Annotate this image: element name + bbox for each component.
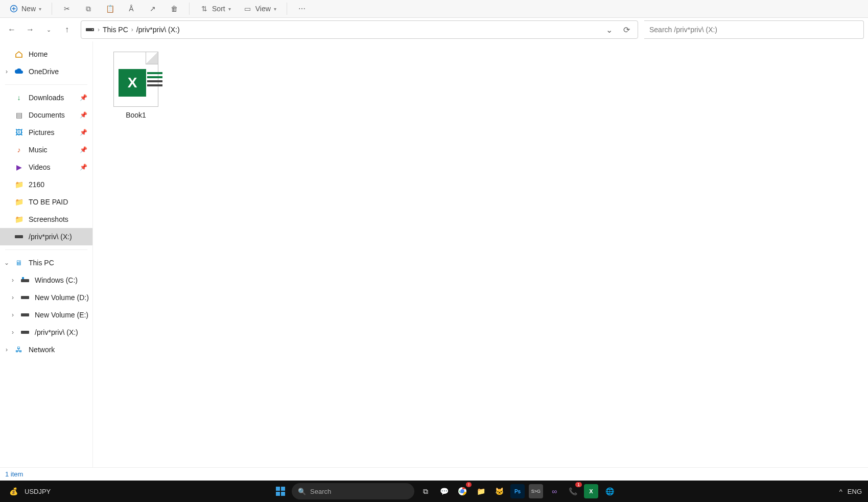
taskbar-app-photoshop[interactable]: Ps: [510, 484, 525, 498]
search-box[interactable]: [644, 20, 864, 39]
sidebar-item-drive-e[interactable]: › New Volume (E:): [0, 306, 92, 324]
cut-button[interactable]: ✂: [57, 2, 77, 15]
expand-icon[interactable]: ›: [3, 346, 10, 353]
sidebar-item-label: TO BE PAID: [29, 198, 68, 206]
taskbar-app[interactable]: 🐱: [492, 484, 506, 498]
music-icon: ♪: [14, 145, 24, 154]
taskbar-app-vs[interactable]: ∞: [547, 484, 561, 498]
sidebar-item-label: OneDrive: [29, 67, 59, 76]
expand-icon[interactable]: ›: [3, 68, 10, 75]
navbar: ← → ⌄ ↑ › This PC › /priv*priv\ (X:) ⌄ ⟳: [0, 18, 868, 41]
svg-rect-5: [22, 277, 24, 279]
expand-icon[interactable]: ›: [9, 311, 16, 318]
widget-icon[interactable]: 💰: [6, 484, 20, 498]
collapse-icon[interactable]: ⌄: [3, 259, 10, 266]
separator: [5, 84, 87, 85]
paste-button[interactable]: 📋: [100, 2, 120, 15]
sort-button[interactable]: ⇅ Sort ▾: [195, 2, 236, 15]
forward-button[interactable]: →: [22, 22, 38, 37]
task-view-button[interactable]: ⧉: [418, 484, 433, 498]
sidebar-item-folder[interactable]: 📁 2160: [0, 176, 92, 193]
taskbar-app[interactable]: 💬: [437, 484, 451, 498]
delete-button[interactable]: 🗑: [165, 2, 184, 15]
file-name: Book1: [126, 111, 146, 119]
sidebar-item-home[interactable]: Home: [0, 45, 92, 63]
copy-icon: ⧉: [84, 4, 93, 13]
cloud-icon: [14, 67, 24, 76]
taskbar-app-explorer[interactable]: 📁: [474, 484, 488, 498]
pin-icon: 📌: [80, 111, 87, 119]
tray-chevron[interactable]: ^: [839, 488, 842, 495]
file-item[interactable]: X Book1: [105, 49, 167, 122]
copy-button[interactable]: ⧉: [79, 2, 98, 15]
drive-icon: [14, 232, 24, 241]
rename-button[interactable]: Å: [122, 2, 141, 15]
cut-icon: ✂: [62, 4, 72, 13]
search-placeholder: Search: [310, 488, 331, 495]
back-button[interactable]: ←: [4, 22, 19, 37]
sidebar-item-label: Home: [29, 50, 48, 58]
sidebar-item-this-pc[interactable]: ⌄ 🖥 This PC: [0, 254, 92, 271]
address-bar[interactable]: › This PC › /priv*priv\ (X:) ⌄ ⟳: [81, 20, 638, 39]
drive-os-icon: [20, 276, 30, 285]
svg-point-2: [92, 29, 93, 30]
sidebar-item-label: New Volume (E:): [35, 311, 88, 319]
taskbar-app[interactable]: 📞: [566, 484, 580, 498]
sidebar-item-folder[interactable]: 📁 Screenshots: [0, 211, 92, 228]
share-button[interactable]: ↗: [143, 2, 162, 15]
recent-button[interactable]: ⌄: [41, 22, 56, 37]
chevron-down-icon: ▾: [274, 6, 276, 12]
sidebar-item-videos[interactable]: ▶ Videos 📌: [0, 158, 92, 176]
sidebar-item-onedrive[interactable]: › OneDrive: [0, 63, 92, 80]
start-button[interactable]: [273, 484, 288, 498]
taskbar-search[interactable]: 🔍 Search: [292, 483, 414, 499]
sidebar-item-label: Screenshots: [29, 215, 68, 223]
home-icon: [14, 50, 24, 59]
content-area[interactable]: X Book1: [93, 41, 868, 467]
expand-icon[interactable]: ›: [9, 329, 16, 336]
sidebar-item-drive-x-tree[interactable]: › /priv*priv\ (X:): [0, 324, 92, 341]
sidebar-item-music[interactable]: ♪ Music 📌: [0, 141, 92, 158]
sidebar-item-drive-x[interactable]: /priv*priv\ (X:): [0, 228, 92, 245]
taskbar-app-excel[interactable]: X: [584, 484, 598, 498]
refresh-button[interactable]: ⟳: [619, 22, 634, 37]
new-label: New: [21, 5, 36, 13]
search-input[interactable]: [649, 26, 858, 34]
new-button[interactable]: New ▾: [4, 2, 46, 15]
sidebar-item-downloads[interactable]: ↓ Downloads 📌: [0, 89, 92, 106]
taskbar-app-chrome[interactable]: [455, 484, 470, 498]
language-indicator[interactable]: ENG: [848, 488, 862, 495]
document-icon: ▤: [14, 110, 24, 120]
view-button[interactable]: ▭ View ▾: [238, 2, 281, 15]
sidebar-item-drive-c[interactable]: › Windows (C:): [0, 271, 92, 289]
expand-icon[interactable]: ›: [9, 294, 16, 301]
expand-icon[interactable]: ›: [9, 277, 16, 284]
sidebar: Home › OneDrive ↓ Downloads 📌 ▤ Document…: [0, 41, 93, 467]
more-button[interactable]: ⋯: [292, 2, 312, 15]
drive-icon: [20, 328, 30, 337]
drive-icon: [85, 25, 95, 34]
svg-rect-3: [15, 235, 23, 238]
taskbar-app[interactable]: 🌐: [602, 484, 617, 498]
taskbar-app[interactable]: S>G: [529, 484, 543, 498]
breadcrumb-segment[interactable]: /priv*priv\ (X:): [136, 26, 180, 34]
up-button[interactable]: ↑: [59, 22, 75, 37]
videos-icon: ▶: [14, 163, 24, 172]
sidebar-item-pictures[interactable]: 🖼 Pictures 📌: [0, 124, 92, 141]
network-icon: 🖧: [14, 345, 24, 354]
taskbar: 💰 USDJPY 🔍 Search ⧉ 💬 📁 🐱 Ps S>G ∞ 📞 X 🌐…: [0, 481, 868, 502]
trash-icon: 🗑: [170, 4, 179, 13]
breadcrumb-segment[interactable]: This PC: [103, 26, 128, 34]
drive-icon: [20, 310, 30, 320]
sidebar-item-drive-d[interactable]: › New Volume (D:): [0, 289, 92, 306]
widget-label[interactable]: USDJPY: [25, 488, 51, 495]
sidebar-item-label: This PC: [29, 259, 54, 267]
rename-icon: Å: [127, 4, 136, 13]
history-dropdown[interactable]: ⌄: [602, 22, 616, 37]
sidebar-item-documents[interactable]: ▤ Documents 📌: [0, 106, 92, 124]
sidebar-item-folder[interactable]: 📁 TO BE PAID: [0, 193, 92, 211]
sidebar-item-label: Documents: [29, 111, 65, 119]
view-label: View: [255, 5, 271, 13]
sidebar-item-network[interactable]: › 🖧 Network: [0, 341, 92, 358]
pin-icon: 📌: [80, 129, 87, 136]
